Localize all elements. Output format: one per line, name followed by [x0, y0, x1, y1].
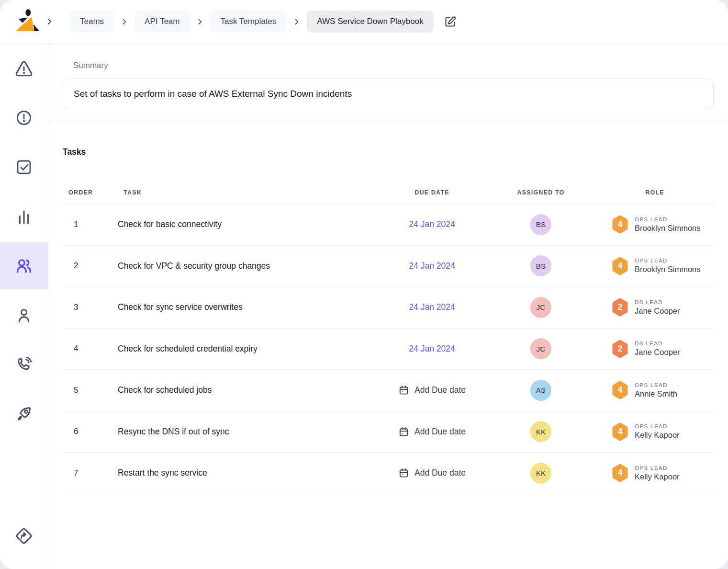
- due-date-value[interactable]: 24 Jan 2024: [409, 219, 455, 229]
- role-cell[interactable]: 2 DB LEAD Jane Cooper: [596, 340, 714, 358]
- alert-circle-icon: [15, 109, 33, 127]
- chevron-right-icon: [292, 18, 301, 26]
- due-date-value[interactable]: 24 Jan 2024: [409, 302, 455, 312]
- main-content: Summary Tasks Order Task Due date Assign…: [48, 44, 728, 569]
- assignee-avatar[interactable]: AS: [530, 380, 551, 401]
- assignee-initials: KK: [536, 428, 546, 436]
- task-order: 7: [63, 468, 118, 478]
- task-order: 5: [63, 386, 118, 395]
- role-cell[interactable]: 4 OPS LEAD Annie Smith: [596, 381, 714, 399]
- task-row[interactable]: 4 Check for scheduled credential expiry …: [63, 329, 714, 370]
- assignee-initials: JC: [537, 303, 546, 311]
- role-cell[interactable]: 4 OPS LEAD Kelly Kapoor: [596, 464, 714, 482]
- add-due-date-button[interactable]: Add Due date: [398, 385, 466, 396]
- role-cell[interactable]: 4 OPS LEAD Kelly Kapoor: [596, 422, 714, 441]
- sidebar: [0, 44, 48, 569]
- task-table-header: Order Task Due date Assigned to Role: [63, 181, 714, 204]
- calendar-icon: [398, 467, 409, 478]
- role-member-name: Brooklyn Simmons: [635, 265, 701, 274]
- assignee-avatar[interactable]: BS: [530, 214, 551, 235]
- summary-label: Summary: [63, 61, 714, 70]
- breadcrumb-item[interactable]: Teams: [70, 11, 114, 33]
- task-order: 4: [63, 344, 118, 353]
- role-cell[interactable]: 2 DB LEAD Jane Cooper: [596, 298, 714, 317]
- column-header-task: Task: [118, 189, 378, 196]
- role-badge-hexagon: 4: [612, 422, 628, 441]
- task-label: Check for VPC & security group changes: [118, 261, 378, 271]
- assignee-avatar[interactable]: JC: [530, 338, 551, 359]
- task-label: Check for scheduled credential expiry: [118, 344, 378, 354]
- sidebar-item-teams[interactable]: [0, 242, 48, 289]
- breadcrumb-item[interactable]: API Team: [134, 11, 190, 33]
- warning-triangle-icon: [14, 59, 34, 79]
- role-badge-number: 4: [618, 220, 623, 229]
- role-title: DB LEAD: [635, 341, 680, 346]
- assignee-initials: KK: [536, 469, 546, 477]
- role-badge-number: 2: [618, 303, 623, 312]
- task-row[interactable]: 6 Resync the DNS if out of sync Add Due …: [63, 411, 714, 453]
- assignee-avatar[interactable]: KK: [530, 463, 551, 484]
- role-title: OPS LEAD: [635, 423, 680, 429]
- role-badge-hexagon: 4: [612, 464, 628, 482]
- task-row[interactable]: 7 Restart the sync service Add Due date …: [63, 453, 714, 494]
- task-row[interactable]: 3 Check for sync service overwrites 24 J…: [63, 287, 714, 329]
- sidebar-item-profile[interactable]: [0, 292, 48, 339]
- assignee-avatar[interactable]: KK: [530, 421, 551, 442]
- task-order: 1: [63, 220, 118, 229]
- due-date-value[interactable]: 24 Jan 2024: [409, 261, 455, 271]
- task-row[interactable]: 2 Check for VPC & security group changes…: [63, 246, 714, 287]
- assignee-avatar[interactable]: BS: [530, 255, 551, 276]
- chevron-right-icon: [196, 18, 204, 26]
- assignee-avatar[interactable]: JC: [530, 297, 551, 318]
- summary-input[interactable]: [63, 79, 714, 109]
- role-cell[interactable]: 4 OPS LEAD Brooklyn Simmons: [596, 257, 714, 275]
- brand-logo-icon[interactable]: [13, 8, 41, 35]
- sidebar-item-redirect[interactable]: [0, 512, 48, 559]
- role-badge-number: 4: [618, 468, 623, 478]
- task-order: 3: [63, 303, 118, 312]
- add-due-date-button[interactable]: Add Due date: [398, 426, 466, 437]
- task-label: Restart the sync service: [118, 468, 378, 478]
- task-label: Resync the DNS if out of sync: [118, 427, 378, 437]
- task-row[interactable]: 5 Check for scheduled jobs Add Due date …: [63, 370, 714, 411]
- assignee-initials: BS: [536, 220, 546, 228]
- role-member-name: Kelly Kapoor: [635, 431, 680, 440]
- task-order: 2: [63, 261, 118, 271]
- top-bar: TeamsAPI TeamTask TemplatesAWS Service D…: [0, 0, 728, 44]
- sidebar-item-analytics[interactable]: [0, 193, 48, 240]
- role-cell[interactable]: 4 OPS LEAD Brooklyn Simmons: [596, 215, 714, 234]
- tasks-title: Tasks: [63, 122, 714, 157]
- task-label: Check for basic connectivity: [118, 219, 378, 229]
- sidebar-item-call-routing[interactable]: [0, 341, 48, 388]
- role-title: OPS LEAD: [635, 382, 677, 388]
- assignee-initials: AS: [536, 386, 546, 394]
- role-member-name: Brooklyn Simmons: [635, 224, 701, 233]
- role-badge-hexagon: 2: [612, 298, 628, 317]
- sidebar-item-incidents[interactable]: [0, 94, 48, 141]
- role-member-name: Jane Cooper: [635, 348, 680, 357]
- role-member-name: Kelly Kapoor: [635, 472, 680, 481]
- sidebar-item-tasks[interactable]: [0, 144, 48, 191]
- summary-section: Summary: [48, 44, 728, 122]
- sidebar-item-alerts[interactable]: [0, 46, 48, 92]
- column-header-due-date: Due date: [378, 189, 486, 196]
- person-icon: [15, 307, 33, 325]
- task-row[interactable]: 1 Check for basic connectivity 24 Jan 20…: [63, 204, 714, 246]
- role-badge-hexagon: 4: [612, 257, 628, 275]
- edit-playbook-button[interactable]: [444, 15, 457, 28]
- role-title: DB LEAD: [635, 299, 680, 305]
- add-due-date-label: Add Due date: [414, 468, 466, 478]
- breadcrumb-item[interactable]: Task Templates: [210, 11, 286, 33]
- role-title: OPS LEAD: [635, 216, 701, 222]
- calendar-icon: [398, 385, 409, 396]
- due-date-value[interactable]: 24 Jan 2024: [409, 344, 455, 354]
- sidebar-item-launch[interactable]: [0, 390, 48, 437]
- app-window: TeamsAPI TeamTask TemplatesAWS Service D…: [0, 0, 728, 569]
- add-due-date-button[interactable]: Add Due date: [398, 467, 466, 478]
- calendar-icon: [398, 426, 409, 437]
- breadcrumb-item[interactable]: AWS Service Down Playbook: [307, 11, 433, 33]
- tasks-section: Tasks Order Task Due date Assigned to Ro…: [48, 122, 728, 494]
- role-title: OPS LEAD: [635, 465, 680, 471]
- edit-pencil-icon: [444, 15, 457, 28]
- role-badge-hexagon: 4: [612, 215, 628, 234]
